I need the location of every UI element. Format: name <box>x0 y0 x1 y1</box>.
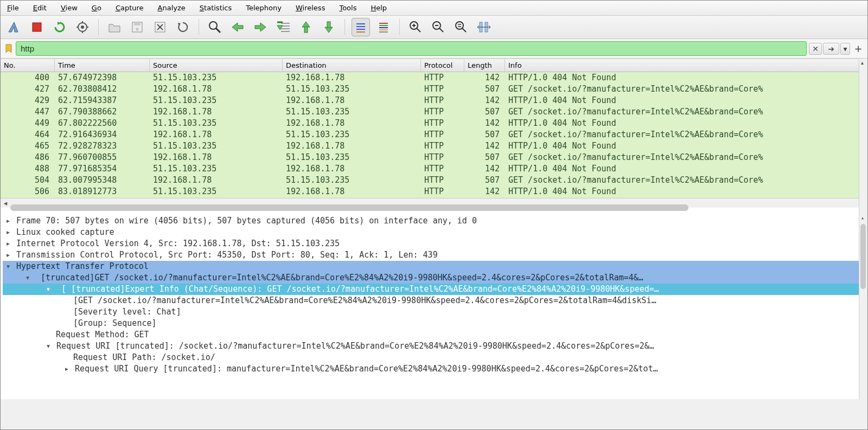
colorize-icon[interactable] <box>374 18 393 36</box>
open-file-icon[interactable] <box>105 18 124 36</box>
detail-request-uri[interactable]: ▾ Request URI [truncated]: /socket.io/?m… <box>3 341 865 352</box>
svg-line-35 <box>439 28 443 32</box>
packet-list-body[interactable]: 40057.67497239851.15.103.235192.168.1.78… <box>1 72 867 198</box>
detail-ip[interactable]: ▸ Internet Protocol Version 4, Src: 192.… <box>3 238 865 249</box>
detail-get-full[interactable]: [GET /socket.io/?manufacturer=Intel%C2%A… <box>3 295 865 306</box>
menu-telephony[interactable]: Telephony <box>244 3 284 13</box>
svg-point-9 <box>136 28 139 31</box>
go-first-packet-icon[interactable] <box>297 18 315 36</box>
stop-capture-icon[interactable] <box>28 18 46 36</box>
main-toolbar <box>1 16 867 39</box>
packet-row[interactable]: 46472.916436934192.168.1.7851.15.103.235… <box>1 129 867 140</box>
go-back-icon[interactable] <box>228 18 247 36</box>
clear-filter-icon[interactable]: ✕ <box>809 43 822 55</box>
scroll-up-icon[interactable]: ▴ <box>861 60 864 66</box>
svg-rect-20 <box>327 22 330 28</box>
packet-list-hscrollbar[interactable]: ◂ ▸ <box>1 198 867 208</box>
filter-dropdown-icon[interactable]: ▾ <box>840 43 850 55</box>
menu-bar: File Edit View Go Capture Analyze Statis… <box>1 1 867 16</box>
menu-analyze[interactable]: Analyze <box>156 3 188 13</box>
menu-view[interactable]: View <box>59 3 80 13</box>
detail-tcp[interactable]: ▸ Transmission Control Protocol, Src Por… <box>3 249 865 261</box>
detail-request-method[interactable]: Request Method: GET <box>3 329 865 341</box>
packet-row[interactable]: 42962.71594338751.15.103.235192.168.1.78… <box>1 95 867 106</box>
detail-request-uri-path[interactable]: Request URI Path: /socket.io/ <box>3 352 865 363</box>
find-packet-icon[interactable] <box>206 18 224 36</box>
toolbar-separator <box>399 19 400 35</box>
packet-row[interactable]: 46572.92827832351.15.103.235192.168.1.78… <box>1 140 867 152</box>
scroll-left-icon[interactable]: ◂ <box>1 198 10 208</box>
detail-http-get-line[interactable]: ▾ [truncated]GET /socket.io/?manufacture… <box>3 272 865 284</box>
svg-rect-19 <box>304 27 308 33</box>
toolbar-separator <box>199 19 199 35</box>
menu-help[interactable]: Help <box>368 3 389 13</box>
detail-frame[interactable]: ▸ Frame 70: 507 bytes on wire (4056 bits… <box>3 215 865 227</box>
close-file-icon[interactable] <box>151 18 169 36</box>
go-last-packet-icon[interactable] <box>320 18 338 36</box>
display-filter-input[interactable] <box>16 41 807 56</box>
column-header-destination[interactable]: Destination <box>283 59 421 72</box>
svg-point-13 <box>209 22 217 29</box>
column-header-source[interactable]: Source <box>150 59 283 72</box>
zoom-in-icon[interactable] <box>406 18 425 36</box>
packet-details-pane[interactable]: ▸ Frame 70: 507 bytes on wire (4056 bits… <box>1 213 867 399</box>
resize-columns-icon[interactable] <box>475 18 493 36</box>
zoom-out-icon[interactable] <box>429 18 448 36</box>
packet-list-vscrollbar[interactable]: ▴ <box>859 59 867 213</box>
column-header-length[interactable]: Length <box>464 59 505 72</box>
column-header-time[interactable]: Time <box>55 59 150 72</box>
detail-group[interactable]: [Group: Sequence] <box>3 318 865 329</box>
menu-file[interactable]: File <box>5 3 21 13</box>
packet-list-pane: No. Time Source Destination Protocol Len… <box>1 59 867 213</box>
save-file-icon[interactable] <box>128 18 146 36</box>
svg-line-31 <box>417 28 420 32</box>
svg-rect-0 <box>33 23 41 31</box>
packet-row[interactable]: 40057.67497239851.15.103.235192.168.1.78… <box>1 72 867 84</box>
detail-expert-info[interactable]: ▾ [ [truncated]Expert Info (Chat/Sequenc… <box>3 284 865 295</box>
zoom-reset-icon[interactable] <box>452 18 470 36</box>
display-filter-bar: ✕ ➔ ▾ + <box>1 39 867 59</box>
column-header-no[interactable]: No. <box>1 59 55 72</box>
svg-point-2 <box>81 25 84 29</box>
packet-row[interactable]: 50683.01891277351.15.103.235192.168.1.78… <box>1 186 867 197</box>
go-to-packet-icon[interactable] <box>274 18 292 36</box>
shark-fin-icon[interactable] <box>5 18 23 36</box>
packet-row[interactable]: 44767.790388662192.168.1.7851.15.103.235… <box>1 106 867 118</box>
add-filter-button[interactable]: + <box>852 43 864 55</box>
toolbar-separator <box>344 19 345 35</box>
scroll-up-icon[interactable]: ▴ <box>861 215 864 221</box>
packet-row[interactable]: 44967.80222256051.15.103.235192.168.1.78… <box>1 118 867 129</box>
packet-list-header: No. Time Source Destination Protocol Len… <box>1 59 867 72</box>
restart-capture-icon[interactable] <box>50 18 69 36</box>
svg-rect-8 <box>134 22 141 25</box>
capture-options-icon[interactable] <box>73 18 92 36</box>
auto-scroll-icon[interactable] <box>352 18 370 36</box>
packet-row[interactable]: 48677.960700855192.168.1.7851.15.103.235… <box>1 152 867 163</box>
svg-point-37 <box>456 22 463 29</box>
menu-edit[interactable]: Edit <box>31 3 49 13</box>
packet-row[interactable]: 48877.97168535451.15.103.235192.168.1.78… <box>1 163 867 175</box>
bookmark-filter-icon[interactable] <box>4 44 14 54</box>
menu-wireless[interactable]: Wireless <box>293 3 327 13</box>
toolbar-separator <box>98 19 99 35</box>
detail-linux-cooked[interactable]: ▸ Linux cooked capture <box>3 227 865 238</box>
packet-row[interactable]: 42762.703808412192.168.1.7851.15.103.235… <box>1 84 867 95</box>
column-header-protocol[interactable]: Protocol <box>421 59 464 72</box>
menu-go[interactable]: Go <box>90 3 104 13</box>
apply-filter-icon[interactable]: ➔ <box>823 43 839 55</box>
go-forward-icon[interactable] <box>251 18 270 36</box>
menu-statistics[interactable]: Statistics <box>197 3 234 13</box>
svg-line-14 <box>216 28 220 33</box>
detail-severity[interactable]: [Severity level: Chat] <box>3 306 865 318</box>
menu-capture[interactable]: Capture <box>113 3 146 13</box>
svg-line-38 <box>462 28 466 32</box>
reload-file-icon[interactable] <box>174 18 192 36</box>
column-header-info[interactable]: Info <box>505 59 867 72</box>
packet-row[interactable]: 50483.007995348192.168.1.7851.15.103.235… <box>1 175 867 186</box>
detail-http[interactable]: ▾ Hypertext Transfer Protocol <box>3 261 865 272</box>
menu-tools[interactable]: Tools <box>337 3 359 13</box>
detail-request-uri-query[interactable]: ▸ Request URI Query [truncated]: manufac… <box>3 363 865 375</box>
details-vscrollbar[interactable]: ▴ <box>859 213 867 399</box>
